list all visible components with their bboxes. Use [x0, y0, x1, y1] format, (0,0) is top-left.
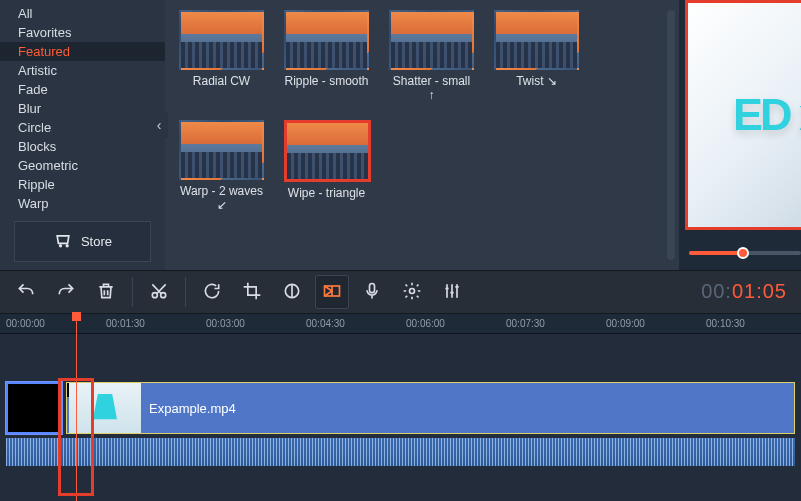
transition-item[interactable]: Radial CW	[179, 10, 264, 102]
ruler-tick: 00:04:30	[306, 318, 345, 329]
category-item[interactable]: Favorites	[0, 23, 165, 42]
ruler-tick: 00:07:30	[506, 318, 545, 329]
store-label: Store	[81, 234, 112, 249]
timeline-ruler[interactable]: 00:00:0000:01:3000:03:0000:04:3000:06:00…	[0, 314, 801, 334]
ruler-tick: 00:10:30	[706, 318, 745, 329]
transition-item[interactable]: Wipe - triangle	[284, 120, 369, 212]
delete-button[interactable]	[89, 275, 123, 309]
slider-thumb[interactable]	[737, 247, 749, 259]
transition-item[interactable]: Ripple - smooth	[284, 10, 369, 102]
undo-button[interactable]	[9, 275, 43, 309]
category-item[interactable]: Geometric	[0, 156, 165, 175]
category-item[interactable]: Artistic	[0, 61, 165, 80]
preview-display[interactable]: ED x	[685, 0, 801, 230]
video-track[interactable]: ★ Expample.mp4	[6, 382, 795, 434]
ruler-tick: 00:01:30	[106, 318, 145, 329]
preview-progress-slider[interactable]	[689, 251, 801, 255]
transition-item[interactable]: Warp - 2 waves ↙	[179, 120, 264, 212]
transition-thumbnail[interactable]	[494, 10, 579, 70]
transition-thumbnail[interactable]	[284, 10, 369, 70]
clip-name: Expample.mp4	[149, 401, 236, 416]
equalizer-icon	[442, 281, 462, 304]
svg-point-5	[410, 288, 415, 293]
settings-icon	[402, 281, 422, 304]
clip-black[interactable]	[6, 382, 62, 434]
store-button[interactable]: Store	[14, 221, 151, 262]
color-adjust-button[interactable]	[275, 275, 309, 309]
cart-icon	[53, 230, 73, 253]
transition-item[interactable]: Shatter - small ↑	[389, 10, 474, 102]
transition-thumbnail[interactable]	[389, 10, 474, 70]
tracks-area: ★ Expample.mp4	[0, 334, 801, 501]
waveform	[6, 438, 795, 466]
transition-thumbnail[interactable]	[179, 120, 264, 180]
category-item[interactable]: Ripple	[0, 175, 165, 194]
timecode-display: 00:01:05	[701, 280, 795, 304]
svg-point-1	[161, 292, 166, 297]
transition-icon	[322, 281, 342, 304]
category-list: AllFavoritesFeaturedArtisticFadeBlurCirc…	[0, 4, 165, 213]
cut-icon	[149, 281, 169, 304]
redo-icon	[56, 281, 76, 304]
equalizer-button[interactable]	[435, 275, 469, 309]
mic-button[interactable]	[355, 275, 389, 309]
ruler-tick: 00:09:00	[606, 318, 645, 329]
transition-label: Wipe - triangle	[284, 186, 369, 200]
crop-icon	[242, 281, 262, 304]
toolbar-separator	[185, 277, 186, 307]
category-item[interactable]: All	[0, 4, 165, 23]
transition-thumbnail[interactable]	[179, 10, 264, 70]
rotate-button[interactable]	[195, 275, 229, 309]
preview-text: ED x	[733, 89, 801, 141]
category-item[interactable]: Fade	[0, 80, 165, 99]
ruler-tick: 00:03:00	[206, 318, 245, 329]
crop-button[interactable]	[235, 275, 269, 309]
category-item[interactable]: Circle	[0, 118, 165, 137]
toolbar-separator	[132, 277, 133, 307]
rotate-icon	[202, 281, 222, 304]
redo-button[interactable]	[49, 275, 83, 309]
category-item[interactable]: Featured	[0, 42, 165, 61]
transition-label: Radial CW	[179, 74, 264, 88]
ruler-tick: 00:06:00	[406, 318, 445, 329]
svg-rect-4	[370, 283, 375, 292]
transition-label: Twist ↘	[494, 74, 579, 88]
audio-track[interactable]	[6, 438, 795, 466]
category-item[interactable]: Warp	[0, 194, 165, 213]
timeline-toolbar: 00:01:05	[0, 270, 801, 314]
delete-icon	[96, 281, 116, 304]
color-adjust-icon	[282, 281, 302, 304]
gallery-scrollbar[interactable]	[667, 10, 675, 260]
category-item[interactable]: Blur	[0, 99, 165, 118]
transition-label: Shatter - small ↑	[389, 74, 474, 102]
transition-label: Warp - 2 waves ↙	[179, 184, 264, 212]
clip-main[interactable]: ★ Expample.mp4	[66, 382, 795, 434]
collapse-sidebar-button[interactable]: ‹	[150, 112, 168, 138]
ruler-tick: 00:00:00	[6, 318, 45, 329]
svg-point-0	[152, 292, 157, 297]
mic-icon	[362, 281, 382, 304]
playhead[interactable]	[76, 314, 77, 501]
transitions-gallery: Radial CWRipple - smoothShatter - small …	[165, 0, 679, 270]
transition-button[interactable]	[315, 275, 349, 309]
preview-panel: ED x	[679, 0, 801, 270]
transition-label: Ripple - smooth	[284, 74, 369, 88]
category-item[interactable]: Blocks	[0, 137, 165, 156]
transition-item[interactable]: Twist ↘	[494, 10, 579, 102]
cut-button[interactable]	[142, 275, 176, 309]
settings-button[interactable]	[395, 275, 429, 309]
chevron-left-icon: ‹	[157, 117, 162, 133]
clip-thumbnail	[69, 383, 141, 433]
transition-thumbnail[interactable]	[284, 120, 371, 182]
undo-icon	[16, 281, 36, 304]
